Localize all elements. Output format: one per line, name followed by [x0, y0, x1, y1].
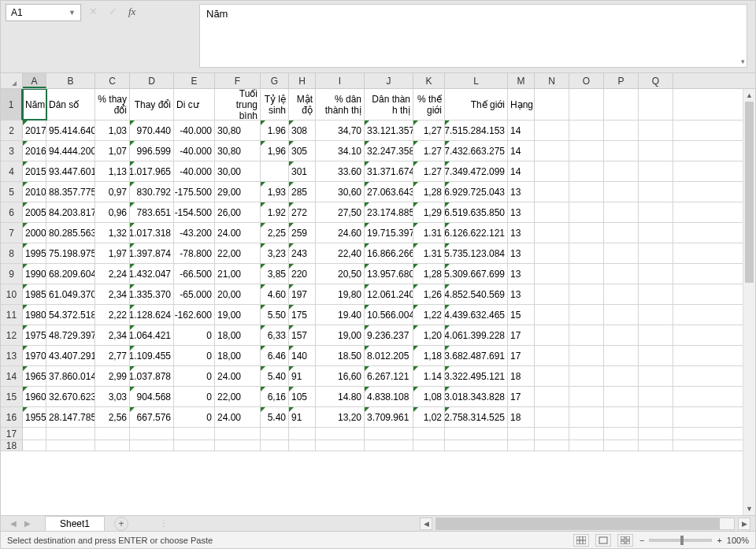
cell[interactable] — [23, 440, 46, 451]
cell[interactable] — [261, 161, 289, 181]
cell[interactable]: 1.14 — [413, 366, 445, 386]
cell[interactable]: 1.31 — [413, 243, 445, 263]
cell[interactable]: 16,60 — [316, 366, 365, 386]
cell[interactable] — [535, 305, 569, 325]
header-cell[interactable]: Tuổi trung bình — [215, 89, 261, 120]
header-cell[interactable]: Thế giới — [445, 89, 508, 120]
row-header-7[interactable]: 7 — [1, 223, 23, 243]
cell[interactable]: 1.432.047 — [130, 264, 174, 284]
row-header-5[interactable]: 5 — [1, 182, 23, 202]
column-header-G[interactable]: G — [261, 73, 289, 88]
cell[interactable]: 1.064.421 — [130, 325, 174, 345]
cell[interactable] — [569, 202, 604, 222]
cell[interactable]: 16.866.266 — [365, 243, 413, 263]
cell[interactable]: 3,03 — [95, 387, 130, 406]
cell[interactable]: 0,96 — [95, 202, 130, 222]
cell[interactable]: 6.46 — [261, 346, 289, 365]
cell[interactable]: 1995 — [23, 243, 46, 263]
cell[interactable] — [639, 428, 673, 440]
cell[interactable] — [604, 305, 639, 325]
cell[interactable] — [535, 387, 569, 406]
cell[interactable] — [23, 428, 46, 440]
cell[interactable]: 13 — [508, 223, 535, 243]
cell[interactable]: 15 — [508, 305, 535, 325]
cell[interactable]: 75.198.975 — [46, 243, 95, 263]
cell[interactable] — [569, 161, 604, 181]
zoom-in-icon[interactable]: + — [717, 536, 721, 545]
cell[interactable]: 1,07 — [95, 141, 130, 161]
add-sheet-button[interactable]: + — [114, 517, 128, 531]
header-cell[interactable]: Dân thàn h thị — [365, 89, 413, 120]
cell[interactable]: 6,16 — [261, 387, 289, 406]
cell[interactable]: 19,80 — [316, 284, 365, 304]
cell[interactable] — [95, 440, 130, 451]
name-box-dropdown-icon[interactable]: ▼ — [69, 9, 76, 17]
cell[interactable]: 18 — [508, 366, 535, 386]
column-header-J[interactable]: J — [365, 73, 413, 88]
cell[interactable]: 3.018.343.828 — [445, 387, 508, 406]
cell[interactable] — [639, 243, 673, 263]
cell[interactable]: 259 — [289, 223, 316, 243]
cell[interactable]: 30,80 — [215, 121, 261, 140]
cell[interactable] — [535, 121, 569, 140]
column-header-E[interactable]: E — [174, 73, 215, 88]
cell[interactable] — [604, 243, 639, 263]
formula-input[interactable]: Năm ▾ — [199, 4, 747, 68]
cell[interactable] — [130, 428, 174, 440]
cell[interactable]: 243 — [289, 243, 316, 263]
header-cell[interactable]: Mật độ — [289, 89, 316, 120]
name-box[interactable]: A1 ▼ — [6, 4, 81, 21]
cell[interactable]: 1.27 — [413, 161, 445, 181]
cell[interactable] — [639, 223, 673, 243]
column-header-L[interactable]: L — [445, 73, 508, 88]
vertical-scroll-thumb[interactable] — [745, 102, 754, 283]
cell[interactable] — [604, 121, 639, 140]
cell[interactable]: 6.929.725.043 — [445, 182, 508, 202]
header-cell[interactable]: Năm — [23, 89, 46, 120]
cell[interactable]: 308 — [289, 121, 316, 140]
cell[interactable]: 4.60 — [261, 284, 289, 304]
cell[interactable]: 18.50 — [316, 346, 365, 365]
cell[interactable]: 22,00 — [215, 243, 261, 263]
cell[interactable]: 1985 — [23, 284, 46, 304]
cell[interactable]: 14 — [508, 121, 535, 140]
cell[interactable]: 24.60 — [316, 223, 365, 243]
cell[interactable]: 24.00 — [215, 407, 261, 427]
cell[interactable] — [639, 325, 673, 345]
cell[interactable] — [639, 284, 673, 304]
cell[interactable] — [604, 428, 639, 440]
cell[interactable]: 5.50 — [261, 305, 289, 325]
cell[interactable]: 43.407.291 — [46, 346, 95, 365]
fx-icon[interactable]: fx — [128, 6, 135, 18]
column-header-I[interactable]: I — [316, 73, 365, 88]
cell[interactable] — [639, 387, 673, 406]
cell[interactable]: 5.735.123.084 — [445, 243, 508, 263]
cell[interactable] — [569, 428, 604, 440]
vertical-scrollbar[interactable]: ▲ ▼ — [743, 89, 755, 515]
cell[interactable] — [639, 264, 673, 284]
cell[interactable]: 91 — [289, 407, 316, 427]
cell[interactable]: 3.709.961 — [365, 407, 413, 427]
view-pagelayout-icon[interactable] — [595, 534, 611, 547]
header-cell[interactable]: Di cư — [174, 89, 215, 120]
cell[interactable]: -40.000 — [174, 141, 215, 161]
cell[interactable]: 14 — [508, 141, 535, 161]
cell[interactable]: 5.309.667.699 — [445, 264, 508, 284]
row-header-14[interactable]: 14 — [1, 366, 23, 386]
cell[interactable]: 2005 — [23, 202, 46, 222]
cell[interactable]: 30,00 — [215, 161, 261, 181]
cell[interactable]: 7.515.284.153 — [445, 121, 508, 140]
cell[interactable]: 26,00 — [215, 202, 261, 222]
header-cell[interactable] — [535, 89, 569, 120]
cell[interactable]: 19.40 — [316, 305, 365, 325]
cell[interactable] — [639, 182, 673, 202]
cell[interactable]: 27.063.643 — [365, 182, 413, 202]
cell[interactable]: 8.012.205 — [365, 346, 413, 365]
cell[interactable] — [365, 428, 413, 440]
cell[interactable] — [639, 161, 673, 181]
cell[interactable]: 1.92 — [261, 202, 289, 222]
cell[interactable] — [46, 428, 95, 440]
cell[interactable] — [535, 428, 569, 440]
cell[interactable]: 2,34 — [95, 325, 130, 345]
cell[interactable] — [535, 202, 569, 222]
